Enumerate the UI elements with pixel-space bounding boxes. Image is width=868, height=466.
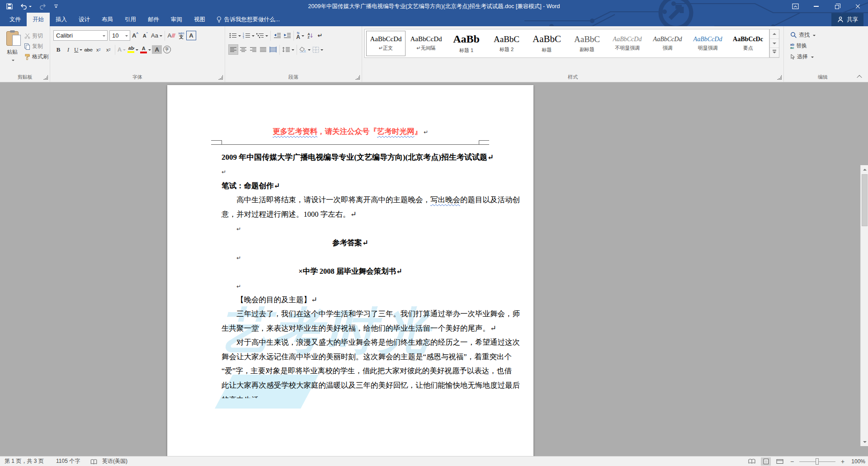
text-effects-button[interactable]: A	[117, 44, 127, 55]
tab-view[interactable]: 视图	[188, 13, 211, 26]
find-button[interactable]: 查找	[788, 30, 817, 40]
style-heading1[interactable]: AaBb标题 1	[447, 31, 486, 56]
format-painter-button[interactable]: 格式刷	[23, 52, 50, 62]
style-intense-emphasis[interactable]: AaBbCcDd明显强调	[688, 31, 727, 56]
style-no-spacing[interactable]: AaBbCcDd↵无间隔	[406, 31, 446, 56]
tab-design[interactable]: 设计	[73, 13, 96, 26]
tab-references[interactable]: 引用	[119, 13, 142, 26]
minimize-button[interactable]	[806, 0, 826, 13]
tab-mailings[interactable]: 邮件	[142, 13, 165, 26]
borders-button[interactable]	[311, 44, 324, 55]
select-button[interactable]: 选择	[788, 52, 816, 62]
save-button[interactable]	[6, 3, 13, 10]
justify-button[interactable]	[258, 44, 268, 55]
copy-button[interactable]: 复制	[23, 41, 45, 52]
header-note-seg4: 』	[415, 127, 422, 136]
tab-layout[interactable]: 布局	[96, 13, 119, 26]
zoom-in-button[interactable]: +	[840, 457, 846, 466]
zoom-out-button[interactable]: −	[789, 457, 795, 466]
highlight-color-button[interactable]: ab̷	[127, 44, 139, 55]
page-count-status[interactable]: 第 1 页，共 3 页	[3, 456, 46, 466]
tab-home[interactable]: 开始	[27, 13, 50, 26]
bullets-button[interactable]	[228, 30, 242, 41]
clipboard-dialog-launcher[interactable]	[43, 75, 48, 80]
restore-button[interactable]	[826, 0, 847, 13]
scroll-thumb[interactable]	[862, 174, 868, 226]
font-dialog-launcher[interactable]	[218, 75, 223, 80]
line-spacing-button[interactable]	[281, 44, 295, 55]
styles-more-button[interactable]	[770, 48, 779, 57]
decrease-indent-button[interactable]	[272, 30, 282, 41]
style-heading2[interactable]: AaBbC标题 2	[487, 31, 526, 56]
subscript-button[interactable]: x2	[94, 44, 104, 55]
show-marks-button[interactable]: ↵	[315, 30, 325, 41]
grow-font-button[interactable]: A˄	[130, 30, 140, 41]
font-family-select[interactable]: Calibri	[53, 30, 108, 41]
bold-button[interactable]: B	[53, 44, 63, 55]
close-button[interactable]	[847, 0, 868, 13]
read-mode-button[interactable]	[747, 457, 757, 466]
style-subtle-emphasis[interactable]: AaBbCcDd不明显强调	[608, 31, 647, 56]
word-count-status[interactable]: 1105 个字	[54, 456, 82, 466]
zoom-slider[interactable]	[799, 457, 835, 466]
share-button[interactable]: 共享	[831, 13, 863, 26]
ribbon-display-options-button[interactable]	[785, 0, 806, 13]
replace-button[interactable]: abac 替换	[788, 41, 809, 51]
style-emphasis[interactable]: AaBbCcDd强调	[648, 31, 687, 56]
style-strong[interactable]: AaBbCcDc要点	[728, 31, 768, 56]
vertical-scrollbar[interactable]	[860, 165, 868, 446]
italic-button[interactable]: I	[63, 44, 73, 55]
style-title[interactable]: AaBbC标题	[527, 31, 566, 56]
document-page[interactable]: 艺考时光 更多艺考资料，请关注公众号『艺考时光网』 ↵ 2009 年中国传媒大学…	[167, 85, 533, 456]
scroll-up-button[interactable]	[861, 166, 868, 173]
clear-formatting-button[interactable]: A	[166, 30, 176, 41]
font-size-select[interactable]: 10	[109, 30, 130, 41]
increase-indent-button[interactable]	[282, 30, 292, 41]
underline-button[interactable]: U	[73, 44, 83, 55]
style-subtitle[interactable]: AaBbC副标题	[567, 31, 607, 56]
styles-scroll-up-button[interactable]	[770, 29, 779, 39]
strikethrough-button[interactable]: abe	[83, 44, 93, 55]
collapse-ribbon-button[interactable]	[855, 74, 863, 80]
proofing-status[interactable]	[89, 458, 99, 466]
align-right-button[interactable]	[248, 44, 258, 55]
zoom-percent[interactable]: 100%	[850, 458, 865, 465]
styles-scroll-down-button[interactable]	[770, 39, 779, 48]
enclose-characters-button[interactable]: 字	[162, 44, 172, 55]
asian-layout-button[interactable]: ⇆A	[295, 30, 305, 41]
sort-button[interactable]: AZ	[305, 30, 315, 41]
tab-review[interactable]: 审阅	[165, 13, 188, 26]
multilevel-list-button[interactable]	[255, 30, 269, 41]
redo-button[interactable]	[39, 3, 47, 10]
shrink-font-button[interactable]: Aˇ	[140, 30, 150, 41]
phonetic-guide-button[interactable]: wén文	[176, 30, 186, 41]
language-status[interactable]: 英语(美国)	[100, 456, 129, 466]
shading-button[interactable]	[298, 44, 311, 55]
character-border-button[interactable]: A	[186, 31, 196, 40]
paste-button[interactable]: 粘贴	[3, 29, 21, 71]
align-center-button[interactable]	[238, 44, 248, 55]
qat-customize-button[interactable]	[54, 4, 58, 9]
cut-button[interactable]: 剪切	[23, 31, 45, 41]
align-left-button[interactable]	[228, 44, 238, 55]
paragraph-dialog-launcher[interactable]	[355, 75, 360, 80]
superscript-button[interactable]: x2	[104, 44, 113, 55]
numbering-button[interactable]: 123	[242, 30, 255, 41]
document-canvas[interactable]: 艺考时光 更多艺考资料，请关注公众号『艺考时光网』 ↵ 2009 年中国传媒大学…	[0, 82, 868, 456]
zoom-slider-thumb[interactable]	[816, 458, 819, 465]
distribute-button[interactable]	[268, 44, 278, 55]
undo-button[interactable]	[20, 3, 32, 10]
style-normal[interactable]: AaBbCcDd↵正文	[366, 31, 406, 56]
paste-dropdown-caret[interactable]	[12, 60, 14, 62]
print-layout-button[interactable]	[761, 457, 771, 466]
undo-dropdown-caret[interactable]	[29, 6, 32, 9]
scroll-down-button[interactable]	[861, 438, 868, 446]
tell-me-box[interactable]: 告诉我您想要做什么...	[211, 13, 285, 26]
tab-insert[interactable]: 插入	[50, 13, 73, 26]
tab-file[interactable]: 文件	[4, 13, 27, 26]
character-shading-button[interactable]: A	[152, 45, 162, 54]
font-color-button[interactable]: A	[139, 44, 152, 55]
web-layout-button[interactable]	[775, 457, 785, 466]
styles-dialog-launcher[interactable]	[777, 75, 782, 80]
change-case-button[interactable]: Aa	[150, 30, 163, 41]
